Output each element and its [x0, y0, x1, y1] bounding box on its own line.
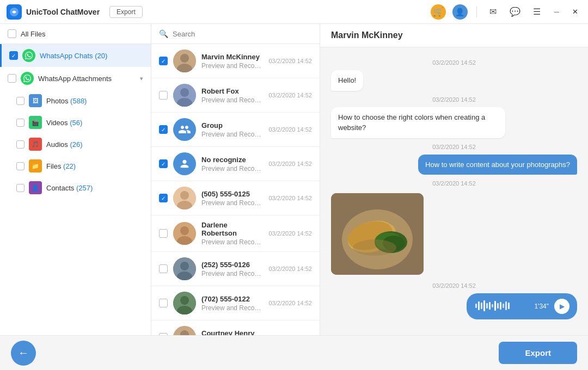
whatsapp-attachments-checkbox[interactable]	[8, 74, 16, 83]
photos-label: Photos (588)	[46, 97, 143, 105]
chat-icon[interactable]: 💬	[507, 4, 523, 20]
audios-icon: 🎵	[29, 138, 42, 151]
chat-checkbox-marvin[interactable]: ✓	[159, 57, 168, 65]
contacts-label: Contacts (257)	[46, 184, 143, 192]
files-checkbox[interactable]	[16, 162, 24, 170]
svg-point-11	[180, 226, 189, 235]
whatsapp-icon	[22, 49, 35, 62]
close-button[interactable]: ✕	[569, 7, 581, 17]
sidebar-items: ✓ WhatsApp Chats (20) WhatsApp Attachmen…	[0, 44, 151, 335]
msg-outgoing-content: How to write content about your photogra…	[418, 155, 577, 175]
msg-incoming-colors: How to choose the right colors when crea…	[331, 107, 505, 138]
chat-time-505: 03/2/2020 14:52	[268, 195, 312, 201]
avatar-marvin	[173, 50, 196, 72]
chat-name-courtney: Courtney Henry	[201, 329, 263, 336]
audio-play-button[interactable]: ▶	[554, 299, 569, 314]
msg-timestamp-5: 03/2/2020 14:52	[331, 282, 577, 289]
chat-item-702[interactable]: (702) 555-0122 Preview and Recover Lost …	[151, 286, 320, 320]
menu-icon[interactable]: ☰	[529, 4, 544, 20]
all-files-checkbox[interactable]	[8, 29, 16, 38]
back-button[interactable]: ←	[11, 341, 36, 366]
main-layout: All Files ✓ WhatsApp Chats (20) WhatsApp…	[0, 24, 588, 335]
msg-timestamp-1: 03/2/2020 14:52	[331, 59, 577, 66]
chat-preview-norecognize: Preview and Recover Lost Data from ...	[201, 165, 263, 172]
app-logo: UnicTool ChatMover Export	[7, 4, 431, 20]
chat-time-robert: 03/2/2020 14:52	[268, 92, 312, 98]
chat-preview-group: Preview and Recover Lost Data from ...	[201, 131, 263, 138]
chat-time-norecognize: 03/2/2020 14:52	[268, 161, 312, 167]
avatar-702	[173, 292, 196, 314]
chat-checkbox-group[interactable]: ✓	[159, 125, 168, 134]
chat-preview-darlene: Preview and Recover Lost Data from ...	[201, 238, 263, 246]
titlebar-export-button[interactable]: Export	[109, 6, 143, 18]
export-button[interactable]: Export	[499, 342, 577, 364]
chat-name-norecognize: No recognize	[201, 156, 263, 164]
chat-checkbox-252[interactable]	[159, 264, 168, 273]
svg-point-8	[180, 191, 189, 200]
sidebar-item-files[interactable]: 📁 Files (22)	[0, 155, 151, 177]
chat-time-darlene: 03/2/2020 14:52	[268, 230, 312, 237]
chat-checkbox-702[interactable]	[159, 299, 168, 307]
chat-item-252[interactable]: (252) 555-0126 Preview and Recover Lost …	[151, 252, 320, 286]
chat-checkbox-505[interactable]: ✓	[159, 194, 168, 202]
svg-rect-39	[500, 302, 501, 310]
svg-rect-32	[481, 303, 482, 309]
user-icon[interactable]: 👤	[452, 4, 468, 20]
chat-name-505: (505) 555-0125	[201, 190, 263, 198]
svg-rect-37	[494, 301, 496, 311]
svg-rect-36	[492, 304, 493, 307]
chat-name-robert: Robert Fox	[201, 87, 263, 95]
sidebar-item-videos[interactable]: 🎬 Videos (56)	[0, 112, 151, 133]
sidebar-item-whatsapp-attachments[interactable]: WhatsApp Attachments ▾	[0, 67, 151, 90]
chat-item-darlene[interactable]: Darlene Robertson Preview and Recover Lo…	[151, 215, 320, 252]
whatsapp-chats-checkbox[interactable]: ✓	[9, 51, 18, 60]
chat-item-norecognize[interactable]: ✓ No recognize Preview and Recover Lost …	[151, 147, 320, 181]
chat-info-group: Group Preview and Recover Lost Data from…	[201, 121, 263, 138]
svg-rect-31	[478, 301, 480, 310]
chat-info-252: (252) 555-0126 Preview and Recover Lost …	[201, 261, 263, 278]
chat-preview-252: Preview and Recover Lost Data from ...	[201, 270, 263, 278]
chat-checkbox-darlene[interactable]	[159, 229, 168, 238]
sidebar-item-whatsapp-chats[interactable]: ✓ WhatsApp Chats (20)	[0, 44, 151, 67]
sidebar-item-photos[interactable]: 🖼 Photos (588)	[0, 90, 151, 112]
chat-time-252: 03/2/2020 14:52	[268, 266, 312, 272]
expand-arrow-icon: ▾	[140, 75, 143, 82]
svg-point-5	[180, 88, 189, 97]
files-icon: 📁	[29, 159, 42, 172]
avatar-darlene	[173, 222, 196, 245]
videos-label: Videos (56)	[46, 119, 143, 127]
chat-item-group[interactable]: ✓ Group Preview and Recover Lost Data fr…	[151, 113, 320, 147]
search-input[interactable]	[173, 30, 312, 38]
chat-checkbox-norecognize[interactable]: ✓	[159, 159, 168, 168]
chat-name-marvin: Marvin McKinney	[201, 53, 263, 61]
chat-preview-702: Preview and Recover Lost Data from ...	[201, 304, 263, 312]
chat-item-courtney[interactable]: Courtney Henry Preview and Recover Lost …	[151, 320, 320, 335]
svg-rect-34	[486, 303, 488, 309]
contacts-checkbox[interactable]	[16, 184, 24, 192]
svg-rect-30	[475, 304, 477, 308]
audios-checkbox[interactable]	[16, 140, 24, 149]
videos-checkbox[interactable]	[16, 119, 24, 127]
msg-timestamp-2: 03/2/2020 14:52	[331, 96, 577, 103]
audio-waveform	[474, 299, 529, 314]
svg-rect-41	[505, 301, 507, 310]
chat-items: ✓ Marvin McKinney Preview and Recover Lo…	[151, 44, 320, 335]
avatar-courtney	[173, 326, 196, 335]
chat-name-252: (252) 555-0126	[201, 261, 263, 269]
store-icon[interactable]: 🛒	[431, 4, 446, 20]
svg-point-29	[353, 239, 396, 256]
chat-item-robert[interactable]: Robert Fox Preview and Recover Lost Data…	[151, 78, 320, 113]
mail-icon[interactable]: ✉	[486, 4, 501, 20]
sidebar-item-contacts[interactable]: 👤 Contacts (257)	[0, 177, 151, 199]
chat-contact-name: Marvin McKinney	[331, 30, 577, 40]
chat-item-505[interactable]: ✓ (505) 555-0125 Preview and Recover Los…	[151, 181, 320, 215]
chat-item-marvin[interactable]: ✓ Marvin McKinney Preview and Recover Lo…	[151, 44, 320, 78]
sidebar-item-audios[interactable]: 🎵 Audios (26)	[0, 133, 151, 155]
chat-name-group: Group	[201, 121, 263, 130]
photos-checkbox[interactable]	[16, 97, 24, 105]
minimize-button[interactable]: ─	[551, 7, 562, 17]
chat-checkbox-robert[interactable]	[159, 91, 168, 100]
chat-time-702: 03/2/2020 14:52	[268, 300, 312, 306]
app-icon	[7, 4, 22, 20]
chat-info-courtney: Courtney Henry Preview and Recover Lost …	[201, 329, 263, 336]
